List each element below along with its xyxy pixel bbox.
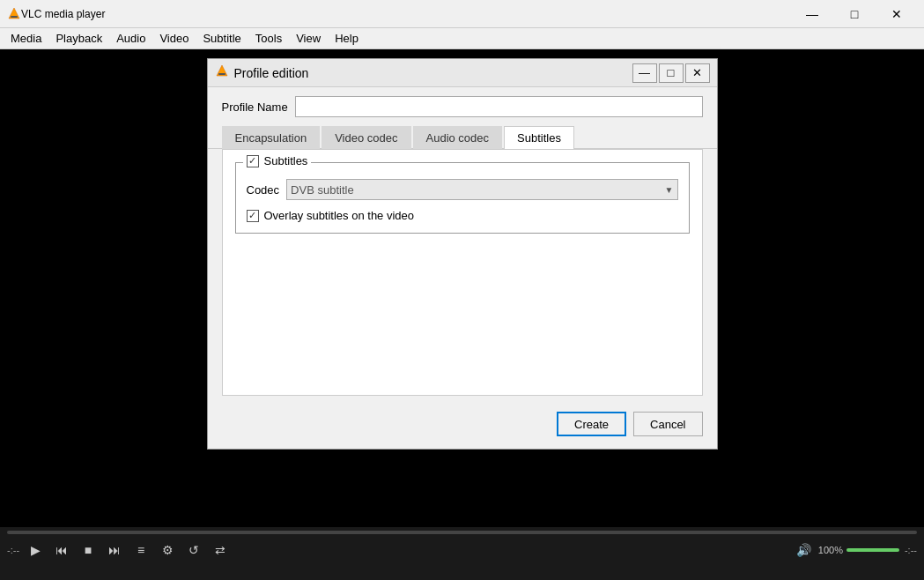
subtitles-group: Subtitles Codec DVB subtitle ▼ Overlay s… — [235, 162, 690, 234]
cancel-button[interactable]: Cancel — [633, 412, 702, 436]
menu-tools[interactable]: Tools — [248, 30, 289, 47]
toggle-playlist-button[interactable]: ≡ — [130, 539, 152, 561]
overlay-row: Overlay subtitles on the video — [247, 209, 678, 222]
menu-video[interactable]: Video — [152, 30, 196, 47]
random-button[interactable]: ⇄ — [210, 539, 231, 561]
minimize-button[interactable]: — — [792, 2, 832, 26]
profile-name-label: Profile Name — [222, 100, 288, 114]
dialog-overlay: Profile edition — □ ✕ Profile Name Encap… — [0, 49, 924, 527]
codec-select-value: DVB subtitle — [291, 183, 354, 197]
controls-bar: -:-- ▶ ⏮ ■ ⏭ ≡ ⚙ ↺ ⇄ 🔊 100% -:-- — [0, 527, 924, 580]
svg-rect-1 — [11, 16, 18, 18]
menu-bar: Media Playback Audio Video Subtitle Tool… — [0, 28, 924, 49]
title-bar: VLC media player — □ ✕ — [0, 0, 924, 28]
dialog-buttons: Create Cancel — [208, 405, 717, 449]
extended-settings-button[interactable]: ⚙ — [157, 539, 178, 561]
overlay-label: Overlay subtitles on the video — [264, 209, 415, 222]
close-button[interactable]: ✕ — [876, 2, 917, 26]
time-right: -:-- — [905, 545, 917, 555]
volume-icon[interactable]: 🔊 — [794, 539, 815, 561]
profile-name-input[interactable] — [295, 96, 703, 117]
subtitles-legend: Subtitles — [243, 154, 312, 167]
tab-content-subtitles: Subtitles Codec DVB subtitle ▼ Overlay s… — [222, 149, 703, 396]
play-button[interactable]: ▶ — [25, 539, 46, 561]
codec-select[interactable]: DVB subtitle ▼ — [286, 179, 677, 200]
dialog-title-bar: Profile edition — □ ✕ — [208, 59, 717, 87]
tabs-row: Encapsulation Video codec Audio codec Su… — [208, 126, 717, 149]
profile-edition-dialog: Profile edition — □ ✕ Profile Name Encap… — [207, 58, 718, 450]
volume-bar[interactable] — [846, 548, 899, 552]
loop-button[interactable]: ↺ — [183, 539, 204, 561]
menu-playback[interactable]: Playback — [48, 30, 109, 47]
tab-audio-codec[interactable]: Audio codec — [413, 126, 503, 149]
app-title: VLC media player — [21, 8, 792, 20]
dialog-title: Profile edition — [234, 66, 631, 80]
codec-row: Codec DVB subtitle ▼ — [247, 179, 678, 200]
next-button[interactable]: ⏭ — [104, 539, 125, 561]
menu-subtitle[interactable]: Subtitle — [196, 30, 248, 47]
codec-label: Codec — [247, 183, 280, 197]
menu-audio[interactable]: Audio — [109, 30, 152, 47]
menu-media[interactable]: Media — [4, 30, 48, 47]
time-left: -:-- — [7, 545, 19, 555]
stop-button[interactable]: ■ — [78, 539, 99, 561]
codec-select-arrow: ▼ — [665, 185, 674, 195]
dialog-icon — [215, 64, 229, 81]
window-controls: — □ ✕ — [792, 2, 917, 26]
volume-label: 100% — [818, 545, 843, 555]
dialog-maximize-button[interactable]: □ — [659, 63, 684, 83]
subtitles-enable-checkbox[interactable] — [247, 155, 259, 167]
dialog-minimize-button[interactable]: — — [632, 63, 657, 83]
volume-fill — [846, 548, 899, 552]
menu-help[interactable]: Help — [328, 30, 366, 47]
tab-subtitles[interactable]: Subtitles — [504, 126, 574, 149]
controls-row: -:-- ▶ ⏮ ■ ⏭ ≡ ⚙ ↺ ⇄ 🔊 100% -:-- — [7, 539, 917, 561]
menu-view[interactable]: View — [289, 30, 328, 47]
tab-encapsulation[interactable]: Encapsulation — [222, 126, 321, 149]
svg-rect-3 — [218, 73, 225, 75]
maximize-button[interactable]: □ — [834, 2, 875, 26]
volume-area: 🔊 100% — [794, 539, 899, 561]
tab-video-codec[interactable]: Video codec — [322, 126, 410, 149]
create-button[interactable]: Create — [557, 412, 626, 436]
app-icon — [7, 7, 21, 21]
dialog-close-button[interactable]: ✕ — [685, 63, 710, 83]
overlay-checkbox[interactable] — [247, 210, 259, 222]
prev-button[interactable]: ⏮ — [51, 539, 72, 561]
seek-bar[interactable] — [7, 531, 917, 534]
subtitles-group-label: Subtitles — [264, 154, 308, 167]
profile-name-row: Profile Name — [208, 87, 717, 126]
